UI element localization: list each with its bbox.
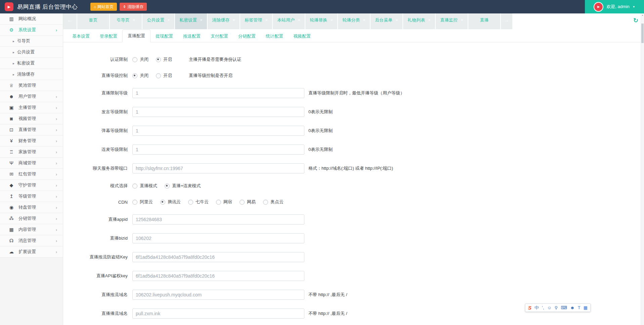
skin-icon[interactable]: T [578, 306, 581, 310]
close-icon[interactable]: × [428, 17, 431, 23]
field-input[interactable] [132, 271, 304, 281]
sidebar-item[interactable]: ⁂分销管理› [0, 213, 63, 224]
sidebar-item[interactable]: ✉红包管理› [0, 169, 63, 180]
close-icon[interactable]: × [200, 17, 203, 23]
site-home-button[interactable]: ⌂ 网站首页 [90, 3, 117, 11]
radio-option[interactable]: 腾讯云 [160, 199, 181, 205]
sidebar-item[interactable]: ▦内容管理› [0, 224, 63, 235]
keyboard-icon[interactable]: ⌨ [561, 306, 567, 310]
trophy-icon: ♕ [8, 83, 15, 88]
sogou-logo-icon[interactable]: S [528, 305, 531, 310]
sidebar-item[interactable]: ♕奖池管理 [0, 80, 63, 91]
sidebar-subitem[interactable]: ▸引导页 [0, 36, 63, 47]
radio-option[interactable]: 开启 [156, 73, 172, 79]
radio-option[interactable]: 奥点云 [263, 199, 284, 205]
radio-option[interactable]: 开启 [156, 56, 172, 63]
sidebar-subitem[interactable]: ▸私密设置 [0, 58, 63, 69]
radio-option[interactable]: 直播模式 [132, 183, 157, 189]
radio-option[interactable]: 直播+连麦模式 [165, 183, 201, 189]
page-tab[interactable]: 直播监控× [436, 13, 468, 29]
field-input[interactable] [132, 145, 304, 155]
page-tab[interactable]: 直播 [468, 13, 500, 29]
subtab[interactable]: 推送配置 [178, 30, 206, 42]
close-icon[interactable]: × [265, 17, 268, 23]
sidebar-subitem[interactable]: ▸清除缓存 [0, 69, 63, 80]
field-input[interactable] [132, 126, 304, 136]
close-icon[interactable]: × [232, 17, 235, 23]
sidebar-item[interactable]: ▥网站概况 [0, 13, 63, 25]
sidebar-item[interactable]: ▣主播管理› [0, 102, 63, 113]
sidebar-item[interactable]: Ψ商城管理› [0, 158, 63, 169]
punctuation-icon[interactable]: ’, [542, 306, 544, 310]
subtab[interactable]: 分销配置 [233, 30, 261, 42]
subtab[interactable]: 登录配置 [95, 30, 122, 42]
close-icon[interactable]: × [363, 17, 366, 23]
radio-option[interactable]: 阿里云 [132, 199, 153, 205]
field-input[interactable] [132, 233, 304, 243]
page-tab[interactable]: 轮播替换× [305, 13, 337, 29]
page-tab[interactable]: 首页 [77, 13, 109, 29]
page-tab[interactable]: 清除缓存× [208, 13, 240, 29]
subtab[interactable]: 支付配置 [206, 30, 233, 42]
handwriting-icon[interactable]: ☻ [570, 306, 575, 310]
clear-cache-button[interactable]: ⚱ 清除缓存 [120, 3, 147, 11]
page-tab[interactable]: 私密设置× [175, 13, 207, 29]
close-icon[interactable]: × [330, 17, 333, 23]
field-input[interactable] [132, 214, 304, 225]
subtab[interactable]: 直播配置 [122, 30, 151, 42]
close-icon[interactable]: × [395, 17, 398, 23]
page-tab[interactable]: 礼物列表× [403, 13, 435, 29]
radio-option[interactable]: 关闭 [132, 56, 148, 63]
tab-scroll-left-button[interactable]: ← [63, 13, 77, 29]
radio-option[interactable]: 网宿 [216, 199, 232, 205]
bank-icon: ♖ [8, 149, 15, 155]
radio-label: 七牛云 [196, 199, 209, 205]
sidebar-item[interactable]: ¥财务管理› [0, 135, 63, 147]
user-menu[interactable]: ▶ 欢迎, admin ▼ [585, 0, 644, 13]
field-input[interactable] [132, 107, 304, 117]
sidebar-item[interactable]: ◙视频管理› [0, 113, 63, 124]
page-tab[interactable]: 引导页× [110, 13, 142, 29]
subtab[interactable]: 提现配置 [151, 30, 178, 42]
sidebar-item[interactable]: ☻用户管理› [0, 91, 63, 102]
radio-option[interactable]: 七牛云 [188, 199, 209, 205]
radio-option[interactable]: 关闭 [132, 73, 148, 79]
sidebar-item[interactable]: ⚙系统设置› [0, 25, 63, 36]
field-input[interactable] [132, 309, 304, 319]
field-input[interactable] [132, 252, 304, 262]
close-icon[interactable]: × [298, 17, 300, 23]
sidebar-subitem[interactable]: ▸公共设置 [0, 47, 63, 58]
sidebar-item[interactable]: ⊡直播管理› [0, 124, 63, 135]
sidebar-item[interactable]: ☊消息管理› [0, 235, 63, 246]
page-tab[interactable]: 本站用户× [273, 13, 305, 29]
field-input[interactable] [132, 290, 304, 300]
field-input[interactable] [132, 163, 304, 173]
close-icon[interactable]: × [133, 17, 135, 23]
refresh-button[interactable]: ↻ [633, 13, 638, 28]
page-tab[interactable]: 标签管理× [240, 13, 272, 29]
sidebar-item[interactable]: ☁扩展设置› [0, 246, 63, 257]
sidebar-item[interactable]: ↥等级管理› [0, 191, 63, 202]
radio-option[interactable]: 网易 [240, 199, 256, 205]
subtab[interactable]: 基本设置 [67, 30, 95, 42]
scroll-up-icon[interactable]: ▲ [641, 14, 644, 16]
sidebar-item-label: 守护管理 [18, 182, 36, 188]
close-icon[interactable]: × [461, 17, 463, 23]
page-tab[interactable]: 后台菜单× [371, 13, 402, 29]
toolbox-icon[interactable]: ▦ [584, 306, 588, 310]
subtab[interactable]: 视频配置 [288, 30, 316, 42]
tab-scroll-right-button[interactable]: → [501, 13, 512, 29]
chinese-mode-icon[interactable]: 中 [534, 306, 539, 310]
page-tab[interactable]: 轮播分类× [338, 13, 370, 29]
subtab[interactable]: 统计配置 [261, 30, 288, 42]
emoji-icon[interactable]: ☺ [547, 306, 552, 310]
sidebar-item[interactable]: ♖家族管理› [0, 147, 63, 158]
sidebar-item[interactable]: ◆守护管理› [0, 180, 63, 191]
close-icon[interactable]: × [167, 17, 170, 23]
mic-icon[interactable]: ⚲ [555, 306, 558, 310]
page-tab[interactable]: 公共设置× [142, 13, 174, 29]
form-row: 弹幕等级限制0表示无限制 [63, 121, 641, 140]
field-input[interactable] [132, 88, 304, 98]
sidebar-item[interactable]: ◉转盘管理› [0, 202, 63, 213]
scrollbar-thumb[interactable] [641, 24, 644, 43]
